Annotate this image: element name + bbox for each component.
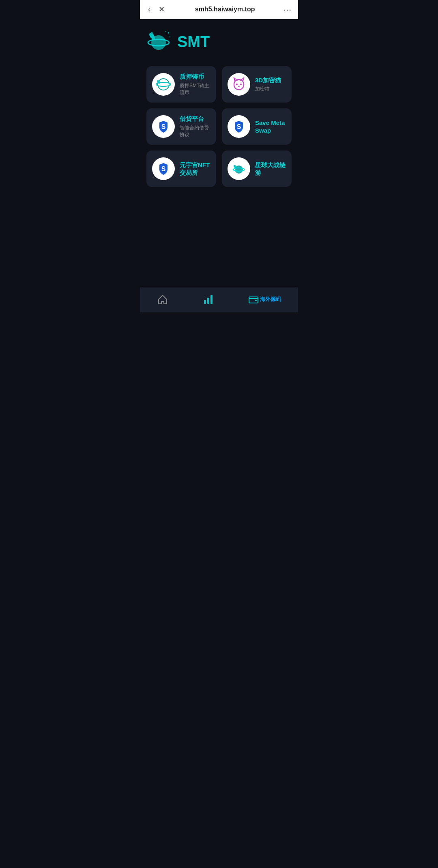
svg-rect-24	[204, 300, 206, 304]
svg-point-4	[168, 32, 169, 34]
card-game[interactable]: 星球大战链游	[222, 150, 292, 187]
svg-rect-26	[210, 295, 213, 304]
nav-chart[interactable]	[203, 294, 214, 305]
collateral-subtitle: 质押SMT铸主流币	[180, 82, 210, 96]
svg-point-12	[236, 84, 238, 85]
app-content: SMT 质押铸币 质押SMT铸主流币	[140, 19, 298, 288]
collateral-text: 质押铸币 质押SMT铸主流币	[180, 73, 210, 96]
nft-icon: S	[152, 157, 175, 180]
cat-subtitle: 加密猫	[255, 86, 281, 92]
bottom-nav: 海外源码	[140, 288, 298, 312]
app-wrapper: SMT 质押铸币 质押SMT铸主流币	[140, 19, 298, 312]
nav-home[interactable]	[157, 294, 168, 305]
svg-text:S: S	[161, 123, 166, 130]
collateral-icon	[152, 73, 175, 96]
collateral-title: 质押铸币	[180, 73, 210, 81]
svg-rect-25	[207, 298, 209, 304]
wallet-label: 海外源码	[260, 296, 281, 303]
lending-title: 借贷平台	[180, 115, 210, 123]
svg-point-13	[240, 84, 242, 85]
wallet-icon	[249, 294, 258, 304]
svg-rect-28	[255, 300, 257, 301]
svg-text:S: S	[237, 123, 241, 130]
savemetaswap-text: Save Meta Swap	[255, 119, 286, 135]
card-collateral[interactable]: 质押铸币 质押SMT铸主流币	[146, 66, 216, 103]
url-bar[interactable]: smh5.haiwaiym.top	[171, 6, 279, 13]
nav-wallet[interactable]: 海外源码	[249, 294, 281, 304]
browser-chrome: ‹ ✕ smh5.haiwaiym.top ···	[140, 0, 298, 19]
card-grid: 质押铸币 质押SMT铸主流币	[146, 66, 292, 187]
close-button[interactable]: ✕	[157, 4, 166, 15]
cat-icon	[228, 73, 250, 96]
card-lending[interactable]: S 借贷平台 智能合约借贷协议	[146, 108, 216, 145]
card-savemetaswap[interactable]: S Save Meta Swap	[222, 108, 292, 145]
cat-title: 3D加密猫	[255, 76, 281, 84]
game-title: 星球大战链游	[255, 161, 286, 177]
app-title: SMT	[177, 33, 210, 51]
more-button[interactable]: ···	[283, 5, 292, 14]
game-icon	[228, 157, 250, 180]
app-header: SMT	[146, 29, 292, 55]
logo-icon	[146, 29, 172, 55]
home-icon	[157, 294, 168, 305]
chart-icon	[203, 294, 214, 305]
svg-point-5	[165, 31, 166, 32]
swap-icon: S	[228, 115, 250, 138]
lending-text: 借贷平台 智能合约借贷协议	[180, 115, 210, 138]
cat-text: 3D加密猫 加密猫	[255, 76, 281, 93]
lending-subtitle: 智能合约借贷协议	[180, 125, 210, 138]
nft-title: 元宇宙NFT交易所	[180, 161, 210, 177]
game-text: 星球大战链游	[255, 161, 286, 177]
back-button[interactable]: ‹	[146, 4, 152, 15]
lending-icon: S	[152, 115, 175, 138]
nft-text: 元宇宙NFT交易所	[180, 161, 210, 177]
savemetaswap-title: Save Meta Swap	[255, 119, 286, 135]
svg-text:S: S	[161, 165, 166, 172]
svg-point-6	[170, 37, 170, 37]
card-cat3d[interactable]: 3D加密猫 加密猫	[222, 66, 292, 103]
card-nft[interactable]: S 元宇宙NFT交易所	[146, 150, 216, 187]
